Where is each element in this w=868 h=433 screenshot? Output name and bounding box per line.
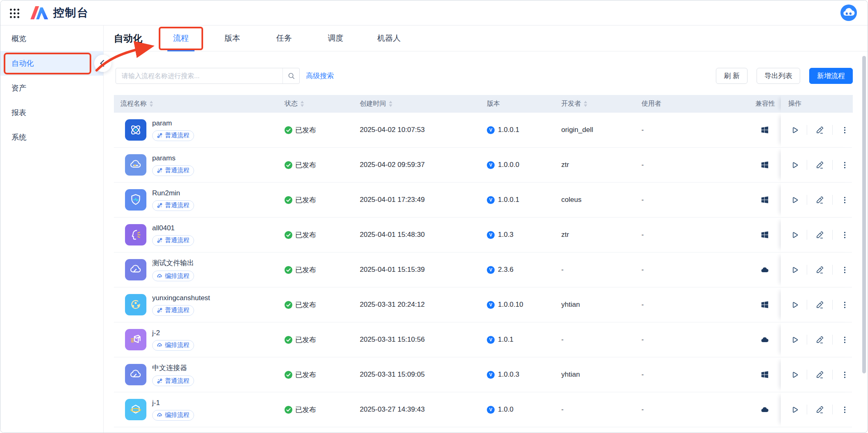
edit-flow-button[interactable] xyxy=(812,401,827,418)
tab-versions[interactable]: 版本 xyxy=(212,25,253,51)
version-icon: V xyxy=(487,301,495,309)
vertical-scrollbar[interactable] xyxy=(862,56,866,373)
status-label: 已发布 xyxy=(295,335,316,345)
run-flow-button[interactable] xyxy=(787,227,802,243)
flow-name[interactable]: 中文连接器 xyxy=(152,363,194,373)
sort-icon[interactable] xyxy=(584,101,587,107)
flow-type-icon xyxy=(157,273,163,279)
pencil-icon xyxy=(815,370,824,379)
status-label: 已发布 xyxy=(295,370,316,380)
flow-icon xyxy=(125,329,146,350)
run-flow-button[interactable] xyxy=(787,296,802,313)
edit-flow-button[interactable] xyxy=(812,366,827,383)
more-actions-button[interactable] xyxy=(837,296,853,313)
edit-flow-button[interactable] xyxy=(812,227,827,243)
tab-tasks[interactable]: 任务 xyxy=(264,25,305,51)
flow-name[interactable]: j-1 xyxy=(152,399,194,407)
search-input[interactable] xyxy=(116,68,282,83)
play-icon xyxy=(790,196,799,204)
run-flow-button[interactable] xyxy=(787,262,802,278)
search-button[interactable] xyxy=(282,68,299,83)
status-published-icon xyxy=(285,196,292,204)
run-flow-button[interactable] xyxy=(787,366,802,383)
more-actions-button[interactable] xyxy=(837,157,853,173)
developer-cell: origin_dell xyxy=(555,126,635,134)
run-flow-button[interactable] xyxy=(787,192,802,208)
more-actions-button[interactable] xyxy=(837,262,853,278)
sort-icon[interactable] xyxy=(301,101,304,107)
version-icon: V xyxy=(487,126,495,134)
more-actions-button[interactable] xyxy=(837,192,853,208)
table-row: yunxingcanshutest 普通流程 已发布 2025-03-31 20… xyxy=(114,287,852,322)
play-icon xyxy=(790,266,799,274)
table-row: params 普通流程 已发布 2025-04-02 09:59:37 V 1.… xyxy=(114,148,852,183)
sort-icon[interactable] xyxy=(389,101,392,107)
col-user: 使用者 xyxy=(641,100,661,108)
col-created: 创建时间 xyxy=(360,100,386,108)
flow-name[interactable]: Run2min xyxy=(152,189,194,197)
table-row: param 普通流程 已发布 2025-04-02 10:07:53 V 1.0… xyxy=(114,113,852,148)
app-title: 控制台 xyxy=(53,5,89,20)
status-label: 已发布 xyxy=(295,160,316,170)
create-flow-button[interactable]: 新增流程 xyxy=(809,68,853,84)
refresh-button[interactable]: 刷 新 xyxy=(716,68,748,84)
flow-type-badge: 编排流程 xyxy=(152,340,194,351)
tab-flows[interactable]: 流程 xyxy=(160,25,201,51)
more-actions-button[interactable] xyxy=(837,401,853,418)
sidebar-item-overview[interactable]: 概览 xyxy=(0,26,103,51)
kebab-menu-icon xyxy=(840,301,849,309)
nodes-badge-icon xyxy=(157,378,163,384)
flow-name[interactable]: j-2 xyxy=(152,329,194,337)
nodes-badge-icon xyxy=(157,237,163,243)
flow-type-badge: 普通流程 xyxy=(152,165,194,176)
flow-type-label: 普通流程 xyxy=(165,236,190,244)
tab-schedules[interactable]: 调度 xyxy=(315,25,356,51)
sidebar-collapse-button[interactable] xyxy=(94,55,111,72)
sort-icon[interactable] xyxy=(150,101,153,107)
edit-flow-button[interactable] xyxy=(812,192,827,208)
pencil-icon xyxy=(815,231,824,239)
advanced-search-link[interactable]: 高级搜索 xyxy=(306,68,334,84)
sidebar-item-system[interactable]: 系统 xyxy=(0,125,103,150)
edit-flow-button[interactable] xyxy=(812,122,827,138)
more-actions-button[interactable] xyxy=(837,122,853,138)
apps-grid-icon[interactable] xyxy=(9,8,19,18)
sidebar-item-reports[interactable]: 报表 xyxy=(0,100,103,125)
flow-type-badge: 普通流程 xyxy=(152,200,194,211)
edit-flow-button[interactable] xyxy=(812,157,827,173)
sidebar-item-automation[interactable]: 自动化 xyxy=(0,51,103,76)
more-actions-button[interactable] xyxy=(837,366,853,383)
user-avatar[interactable] xyxy=(840,5,857,21)
export-list-button[interactable]: 导出列表 xyxy=(757,68,800,84)
edit-flow-button[interactable] xyxy=(812,296,827,313)
flow-icon xyxy=(125,224,146,245)
kebab-menu-icon xyxy=(840,161,849,169)
tab-robots[interactable]: 机器人 xyxy=(364,25,414,51)
more-actions-button[interactable] xyxy=(837,331,853,348)
created-cell: 2025-03-31 20:24:12 xyxy=(353,301,480,309)
version-label: 1.0.0.3 xyxy=(498,370,519,379)
run-flow-button[interactable] xyxy=(787,331,802,348)
edit-flow-button[interactable] xyxy=(812,331,827,348)
developer-cell: ztr xyxy=(555,161,635,169)
flow-name[interactable]: param xyxy=(152,119,194,127)
version-label: 1.0.0.1 xyxy=(498,196,519,204)
flow-name[interactable]: 测试文件输出 xyxy=(152,258,194,268)
nodes-badge-icon xyxy=(157,202,163,208)
edit-flow-button[interactable] xyxy=(812,262,827,278)
sidebar-item-assets[interactable]: 资产 xyxy=(0,76,103,100)
flow-name[interactable]: params xyxy=(152,154,194,162)
flow-name[interactable]: yunxingcanshutest xyxy=(152,294,210,302)
run-flow-button[interactable] xyxy=(787,401,802,418)
created-cell: 2025-04-02 09:59:37 xyxy=(353,161,480,169)
pencil-icon xyxy=(815,405,824,414)
user-cell: - xyxy=(635,405,738,414)
created-cell: 2025-04-01 15:15:39 xyxy=(353,266,480,274)
pencil-icon xyxy=(815,126,824,134)
flow-name[interactable]: all0401 xyxy=(152,224,194,232)
more-actions-button[interactable] xyxy=(837,227,853,243)
status-label: 已发布 xyxy=(295,125,316,135)
run-flow-button[interactable] xyxy=(787,122,802,138)
run-flow-button[interactable] xyxy=(787,157,802,173)
pencil-icon xyxy=(815,301,824,309)
